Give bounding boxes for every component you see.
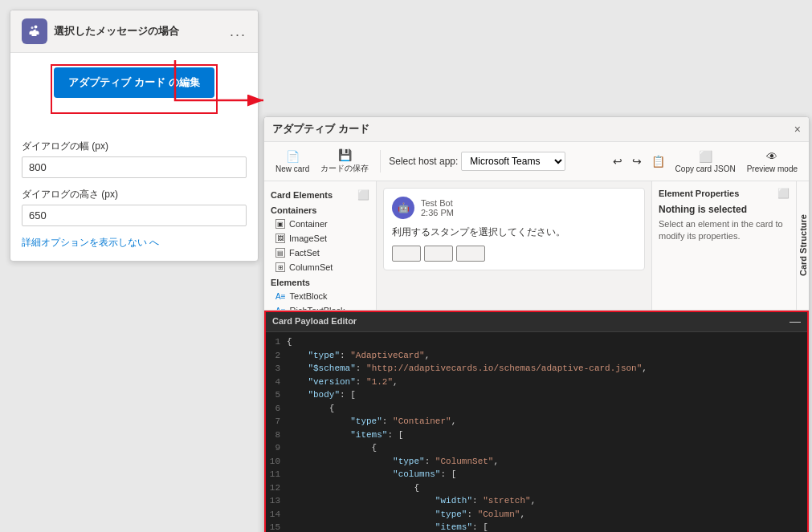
card-payload-editor: Card Payload Editor — 1 { 2 "type": "Ada… bbox=[264, 310, 809, 532]
copy-button[interactable]: 📋 bbox=[649, 152, 667, 170]
code-line-4: 4 "version": "1.2", bbox=[264, 376, 809, 389]
new-card-icon: 📄 bbox=[286, 150, 300, 163]
columnset-icon: ⊞ bbox=[275, 262, 285, 272]
code-line-13: 13 "width": "stretch", bbox=[264, 494, 809, 508]
textblock-icon: A≡ bbox=[275, 292, 286, 301]
save-icon: 💾 bbox=[338, 148, 352, 161]
preview-body-text: 利用するスタンプを選択してください。 bbox=[392, 225, 636, 239]
nothing-selected-label: Nothing is selected bbox=[659, 204, 790, 215]
preview-btn-1 bbox=[392, 246, 421, 262]
copy-card-json-button[interactable]: ⬜ Copy card JSON bbox=[672, 148, 739, 175]
new-card-button[interactable]: 📄 New card bbox=[272, 148, 312, 175]
sidebar-item-imageset[interactable]: 🖼 ImageSet bbox=[264, 231, 376, 246]
bot-icon: 🤖 bbox=[392, 197, 414, 219]
toolbar-right: ↩ ↪ 📋 ⬜ Copy card JSON 👁 Preview mode bbox=[610, 148, 801, 175]
undo-button[interactable]: ↩ bbox=[610, 152, 625, 170]
code-line-7: 7 "type": "Container", bbox=[264, 415, 809, 428]
left-panel-header: 選択したメッセージの場合 ... bbox=[10, 10, 258, 53]
sidebar-item-richtextblock[interactable]: A≡ RichTextBlock bbox=[264, 303, 376, 310]
container-icon: ▣ bbox=[275, 219, 285, 229]
code-line-11: 11 "columns": [ bbox=[264, 468, 809, 481]
preview-mode-button[interactable]: 👁 Preview mode bbox=[744, 148, 801, 175]
ac-panel-header: アダプティブ カード × bbox=[264, 117, 809, 142]
header-left: 選択したメッセージの場合 bbox=[22, 18, 179, 44]
sidebar-title: Card Elements ⬜ bbox=[264, 186, 376, 202]
preview-btn-3 bbox=[456, 246, 485, 262]
ac-panel-title: アダプティブ カード bbox=[272, 122, 369, 136]
toolbar-divider bbox=[380, 150, 381, 173]
preview-card: 🤖 Test Bot 2:36 PM 利用するスタンプを選択してください。 bbox=[383, 188, 645, 270]
left-panel: 選択したメッセージの場合 ... アダプティブ カード の編集 ダイアログの幅 … bbox=[10, 10, 259, 262]
code-line-10: 10 "type": "ColumnSet", bbox=[264, 455, 809, 469]
code-line-6: 6 { bbox=[264, 402, 809, 416]
redo-button[interactable]: ↪ bbox=[630, 152, 644, 170]
ac-panel: アダプティブ カード × 📄 New card 💾 カードの保存 Select … bbox=[263, 116, 810, 532]
code-line-8: 8 "items": [ bbox=[264, 428, 809, 442]
factset-icon: ▤ bbox=[275, 248, 285, 258]
ac-toolbar: 📄 New card 💾 カードの保存 Select host app: Mic… bbox=[264, 142, 809, 181]
card-preview-area: 🤖 Test Bot 2:36 PM 利用するスタンプを選択してください。 bbox=[377, 181, 651, 310]
sidebar-item-container[interactable]: ▣ Container bbox=[264, 217, 376, 231]
element-properties-panel: Element Properties ⬜ Nothing is selected… bbox=[651, 181, 796, 310]
copy-json-icon: ⬜ bbox=[699, 150, 712, 163]
card-elements-sidebar: Card Elements ⬜ Containers ▣ Container 🖼… bbox=[264, 181, 377, 310]
edit-btn-wrapper: アダプティブ カード の編集 bbox=[51, 64, 218, 114]
code-line-3: 3 "$schema": "http://adaptivecards.io/sc… bbox=[264, 362, 809, 376]
preview-meta: Test Bot 2:36 PM bbox=[421, 198, 454, 217]
imageset-icon: 🖼 bbox=[275, 234, 285, 243]
properties-title: Element Properties ⬜ bbox=[659, 188, 790, 199]
preview-btn-2 bbox=[424, 246, 453, 262]
sidebar-item-textblock[interactable]: A≡ TextBlock bbox=[264, 289, 376, 303]
preview-card-header: 🤖 Test Bot 2:36 PM bbox=[392, 197, 636, 219]
preview-buttons bbox=[392, 246, 636, 262]
host-app-selector: Select host app: Microsoft Teams bbox=[389, 152, 565, 171]
code-line-2: 2 "type": "AdaptiveCard", bbox=[264, 349, 809, 363]
payload-collapse-button[interactable]: — bbox=[790, 315, 801, 327]
ellipsis-button[interactable]: ... bbox=[230, 23, 247, 40]
sidebar-item-columnset[interactable]: ⊞ ColumnSet bbox=[264, 260, 376, 274]
width-input[interactable] bbox=[22, 156, 247, 178]
code-line-15: 15 "items": [ bbox=[264, 521, 809, 532]
code-line-14: 14 "type": "Column", bbox=[264, 508, 809, 522]
host-app-dropdown[interactable]: Microsoft Teams bbox=[461, 152, 565, 171]
panel-title: 選択したメッセージの場合 bbox=[54, 24, 179, 39]
save-card-button[interactable]: 💾 カードの保存 bbox=[317, 147, 372, 176]
message-time: 2:36 PM bbox=[421, 208, 454, 217]
code-line-12: 12 { bbox=[264, 481, 809, 495]
card-structure-tab[interactable]: Card Structure bbox=[796, 181, 809, 310]
code-line-1: 1 { bbox=[264, 335, 809, 349]
properties-hint: Select an element in the card to modify … bbox=[659, 218, 790, 243]
edit-card-button[interactable]: アダプティブ カード の編集 bbox=[54, 67, 214, 98]
elements-label: Elements bbox=[264, 274, 376, 289]
width-label: ダイアログの幅 (px) bbox=[22, 140, 247, 153]
code-line-9: 9 { bbox=[264, 441, 809, 455]
code-line-5: 5 "body": [ bbox=[264, 388, 809, 402]
preview-icon: 👁 bbox=[766, 150, 777, 163]
payload-code-editor[interactable]: 1 { 2 "type": "AdaptiveCard", 3 "$schema… bbox=[264, 332, 809, 532]
containers-label: Containers bbox=[264, 202, 376, 217]
height-input[interactable] bbox=[22, 205, 247, 226]
height-label: ダイアログの高さ (px) bbox=[22, 188, 247, 201]
bot-name: Test Bot bbox=[421, 198, 454, 208]
advanced-link[interactable]: 詳細オプションを表示しない へ bbox=[22, 237, 159, 248]
left-panel-body: アダプティブ カード の編集 ダイアログの幅 (px) ダイアログの高さ (px… bbox=[10, 53, 258, 261]
payload-title: Card Payload Editor bbox=[272, 316, 357, 326]
payload-header: Card Payload Editor — bbox=[264, 311, 809, 332]
sidebar-item-factset[interactable]: ▤ FactSet bbox=[264, 246, 376, 260]
teams-icon bbox=[22, 18, 47, 44]
ac-main-area: Card Elements ⬜ Containers ▣ Container 🖼… bbox=[264, 181, 809, 310]
svg-point-0 bbox=[31, 26, 34, 29]
ac-close-button[interactable]: × bbox=[794, 123, 801, 136]
